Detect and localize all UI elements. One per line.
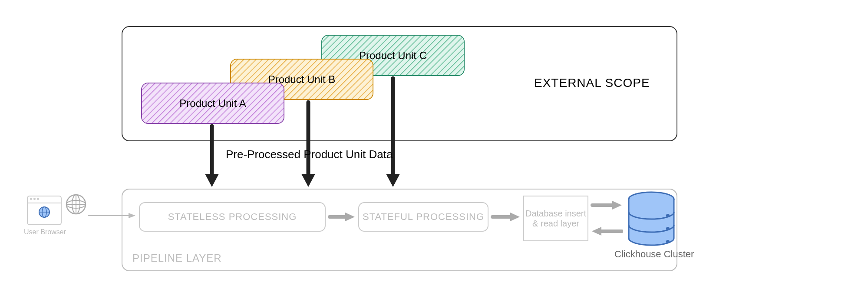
stateless-processing-box: STATELESS PROCESSING [139, 202, 326, 232]
pipeline-layer-label: PIPELINE LAYER [132, 252, 222, 264]
db-layer-label: Database insert & read layer [524, 209, 587, 229]
svg-point-26 [666, 214, 670, 217]
product-unit-c-label: Product Unit C [356, 49, 430, 63]
svg-point-27 [666, 227, 670, 230]
user-browser-icon [27, 196, 62, 225]
svg-marker-21 [345, 213, 355, 221]
clickhouse-cluster-label: Clickhouse Cluster [614, 249, 694, 260]
arrow-cluster-to-db [591, 226, 623, 238]
svg-point-28 [666, 240, 670, 243]
stateful-processing-box: STATEFUL PROCESSING [358, 202, 488, 232]
svg-marker-23 [612, 201, 622, 210]
stateless-label: STATELESS PROCESSING [168, 211, 297, 223]
arrow-stateless-to-stateful [328, 212, 356, 224]
svg-marker-22 [510, 213, 520, 221]
user-browser-label: User Browser [24, 228, 66, 236]
product-unit-b-label: Product Unit B [265, 73, 339, 86]
globe-icon [38, 206, 51, 219]
arrow-unit-c-down [384, 76, 402, 191]
arrow-unit-b-down [300, 100, 317, 191]
svg-marker-11 [386, 174, 400, 187]
clickhouse-cluster-icon [625, 190, 677, 247]
svg-marker-20 [129, 213, 135, 218]
svg-marker-10 [301, 174, 315, 187]
stateful-label: STATEFUL PROCESSING [363, 211, 484, 223]
arrow-browser-to-pipeline [87, 211, 137, 222]
svg-marker-9 [205, 174, 219, 187]
db-layer-box: Database insert & read layer [523, 196, 588, 241]
internet-globe-icon [65, 193, 87, 215]
product-unit-a-label: Product Unit A [176, 96, 249, 110]
preprocessed-data-label: Pre-Processed Product Unit Data [226, 148, 393, 161]
arrow-db-to-cluster [591, 200, 623, 212]
arrow-unit-a-down [203, 124, 221, 191]
external-scope-label: EXTERNAL SCOPE [534, 76, 650, 90]
svg-marker-24 [592, 227, 601, 236]
product-unit-a: Product Unit A [141, 83, 284, 124]
arrow-stateful-to-db [491, 212, 521, 224]
